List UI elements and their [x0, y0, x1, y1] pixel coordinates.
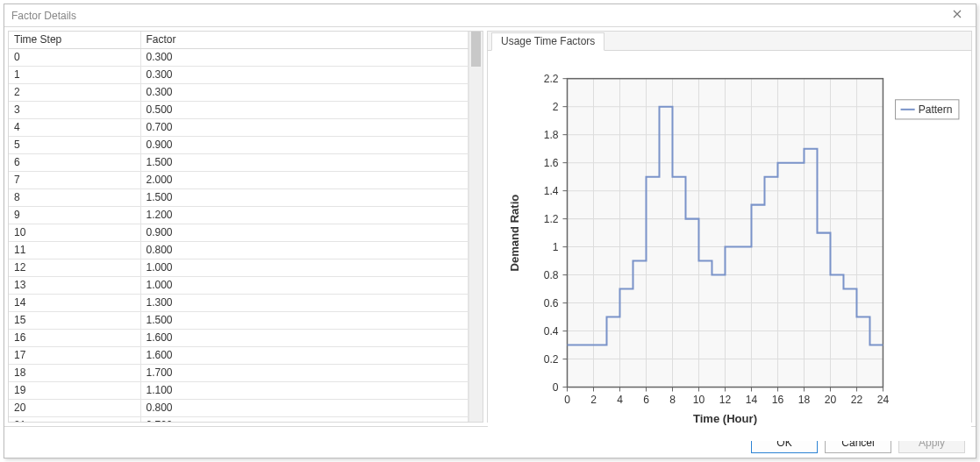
cell-factor[interactable]: 1.500 — [140, 154, 469, 172]
factor-details-dialog: Factor Details Time Step Factor 00.30010… — [4, 4, 976, 458]
svg-text:0.2: 0.2 — [544, 353, 559, 366]
cell-factor[interactable]: 0.300 — [140, 67, 469, 84]
svg-text:0: 0 — [553, 381, 559, 394]
svg-text:1.4: 1.4 — [544, 185, 559, 197]
table-row[interactable]: 200.800 — [9, 400, 469, 417]
cell-factor[interactable]: 1.500 — [140, 189, 469, 207]
chart-panel: Usage Time Factors 024681012141618202224… — [487, 31, 972, 423]
factor-table-container: Time Step Factor 00.30010.30020.30030.50… — [8, 31, 483, 423]
svg-text:1.2: 1.2 — [544, 213, 559, 225]
svg-text:0.8: 0.8 — [544, 269, 559, 281]
table-row[interactable]: 91.200 — [9, 207, 469, 224]
table-row[interactable]: 100.900 — [9, 224, 469, 242]
cell-time-step[interactable]: 7 — [9, 172, 140, 189]
svg-text:20: 20 — [825, 394, 837, 406]
cell-factor[interactable]: 1.600 — [140, 330, 469, 347]
cell-factor[interactable]: 0.900 — [140, 224, 469, 242]
cell-time-step[interactable]: 0 — [9, 49, 140, 67]
cell-time-step[interactable]: 8 — [9, 189, 140, 207]
cell-factor[interactable]: 0.800 — [140, 400, 469, 417]
table-row[interactable]: 181.700 — [9, 365, 469, 382]
svg-text:1.6: 1.6 — [544, 157, 559, 169]
cell-time-step[interactable]: 18 — [9, 365, 140, 382]
cell-time-step[interactable]: 3 — [9, 102, 140, 119]
table-row[interactable]: 81.500 — [9, 189, 469, 207]
table-row[interactable]: 72.000 — [9, 172, 469, 189]
cell-factor[interactable]: 0.500 — [140, 102, 469, 119]
cell-time-step[interactable]: 10 — [9, 224, 140, 242]
tab-bar: Usage Time Factors — [488, 32, 971, 51]
svg-text:0: 0 — [564, 394, 570, 406]
cell-factor[interactable]: 2.000 — [140, 172, 469, 189]
header-time-step[interactable]: Time Step — [9, 32, 140, 49]
cell-time-step[interactable]: 19 — [9, 382, 140, 400]
svg-text:2: 2 — [553, 101, 559, 113]
cell-time-step[interactable]: 17 — [9, 347, 140, 365]
svg-text:16: 16 — [772, 394, 784, 406]
table-row[interactable]: 110.800 — [9, 242, 469, 259]
cell-factor[interactable]: 0.700 — [140, 417, 469, 423]
cell-time-step[interactable]: 6 — [9, 154, 140, 172]
table-row[interactable]: 10.300 — [9, 67, 469, 84]
table-row[interactable]: 40.700 — [9, 119, 469, 137]
table-row[interactable]: 00.300 — [9, 49, 469, 67]
cell-factor[interactable]: 0.800 — [140, 242, 469, 259]
svg-text:2.2: 2.2 — [544, 73, 559, 85]
table-row[interactable]: 191.100 — [9, 382, 469, 400]
header-factor[interactable]: Factor — [140, 32, 469, 49]
table-scrollbar[interactable] — [469, 32, 483, 422]
svg-text:1: 1 — [553, 241, 559, 253]
cell-factor[interactable]: 0.300 — [140, 49, 469, 67]
cell-factor[interactable]: 1.200 — [140, 207, 469, 224]
svg-text:Demand Ratio: Demand Ratio — [508, 195, 521, 272]
svg-text:14: 14 — [746, 394, 758, 406]
cell-time-step[interactable]: 13 — [9, 277, 140, 295]
table-row[interactable]: 50.900 — [9, 137, 469, 154]
cell-factor[interactable]: 0.300 — [140, 84, 469, 102]
table-row[interactable]: 30.500 — [9, 102, 469, 119]
cell-time-step[interactable]: 12 — [9, 259, 140, 277]
cell-factor[interactable]: 1.100 — [140, 382, 469, 400]
cell-time-step[interactable]: 14 — [9, 295, 140, 312]
table-row[interactable]: 131.000 — [9, 277, 469, 295]
close-icon[interactable] — [946, 9, 969, 22]
table-row[interactable]: 141.300 — [9, 295, 469, 312]
cell-time-step[interactable]: 11 — [9, 242, 140, 259]
table-row[interactable]: 161.600 — [9, 330, 469, 347]
cell-time-step[interactable]: 5 — [9, 137, 140, 154]
cell-factor[interactable]: 1.600 — [140, 347, 469, 365]
cell-factor[interactable]: 1.300 — [140, 295, 469, 312]
svg-text:18: 18 — [798, 394, 811, 406]
table-row[interactable]: 20.300 — [9, 84, 469, 102]
svg-text:22: 22 — [851, 394, 863, 406]
cell-time-step[interactable]: 4 — [9, 119, 140, 137]
svg-text:12: 12 — [719, 394, 732, 406]
svg-text:1.8: 1.8 — [544, 129, 559, 141]
svg-text:0.4: 0.4 — [544, 325, 559, 338]
table-row[interactable]: 61.500 — [9, 154, 469, 172]
factor-table[interactable]: Time Step Factor 00.30010.30020.30030.50… — [9, 32, 469, 422]
scrollbar-thumb[interactable] — [471, 32, 481, 67]
table-row[interactable]: 151.500 — [9, 312, 469, 330]
svg-text:8: 8 — [669, 394, 676, 406]
cell-time-step[interactable]: 15 — [9, 312, 140, 330]
cell-factor[interactable]: 1.000 — [140, 259, 469, 277]
cell-factor[interactable]: 0.900 — [140, 137, 469, 154]
cell-time-step[interactable]: 9 — [9, 207, 140, 224]
svg-text:6: 6 — [643, 394, 649, 406]
cell-time-step[interactable]: 16 — [9, 330, 140, 347]
cell-time-step[interactable]: 20 — [9, 400, 140, 417]
cell-time-step[interactable]: 2 — [9, 84, 140, 102]
svg-text:Time (Hour): Time (Hour) — [693, 412, 757, 425]
cell-factor[interactable]: 1.000 — [140, 277, 469, 295]
cell-factor[interactable]: 1.500 — [140, 312, 469, 330]
cell-factor[interactable]: 0.700 — [140, 119, 469, 137]
cell-time-step[interactable]: 1 — [9, 67, 140, 84]
cell-time-step[interactable]: 21 — [9, 417, 140, 423]
window-title: Factor Details — [11, 10, 76, 22]
table-row[interactable]: 210.700 — [9, 417, 469, 423]
table-row[interactable]: 171.600 — [9, 347, 469, 365]
cell-factor[interactable]: 1.700 — [140, 365, 469, 382]
tab-usage-time-factors[interactable]: Usage Time Factors — [491, 32, 604, 51]
table-row[interactable]: 121.000 — [9, 259, 469, 277]
